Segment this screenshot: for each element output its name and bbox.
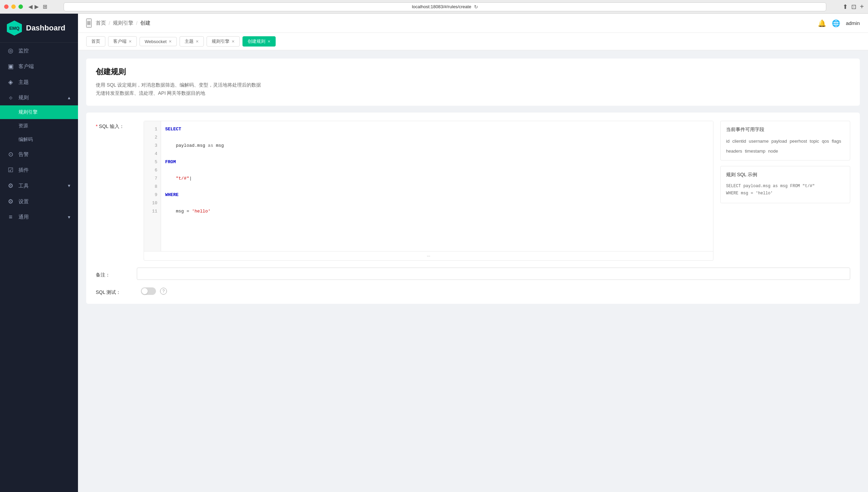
chevron-down-icon-general: ▼ [67, 215, 71, 220]
field-username: username [749, 138, 769, 145]
main-content: ≡ 首页 / 规则引擎 / 创建 🔔 🌐 admin 首页 客户 [78, 14, 868, 492]
alerts-icon: ⊙ [7, 151, 14, 158]
sidebar-item-monitor[interactable]: ◎ 监控 [0, 43, 78, 59]
topics-icon: ◈ [7, 78, 14, 86]
tab-topics-label: 主题 [185, 38, 194, 44]
forward-button[interactable]: ▶ [35, 3, 39, 10]
sidebar-toggle-button[interactable]: ⊞ [43, 3, 47, 10]
tab-create-rule-close[interactable]: ✕ [267, 39, 271, 44]
sql-test-toggle[interactable] [141, 287, 156, 295]
breadcrumb-create: 创建 [140, 20, 150, 26]
example-card: 规则 SQL 示例 SELECT payload.msg as msg FROM… [720, 166, 850, 203]
line-num-2: 2 [144, 133, 161, 142]
help-icon[interactable]: ? [160, 288, 167, 295]
breadcrumb-home[interactable]: 首页 [96, 20, 106, 26]
tab-clients-label: 客户端 [113, 38, 127, 44]
admin-label: admin [846, 20, 860, 26]
plugins-icon: ☑ [7, 166, 14, 174]
sidebar-item-tools[interactable]: ⚙ 工具 ▼ [0, 178, 78, 194]
remark-input[interactable] [137, 268, 850, 280]
share-button[interactable]: ⬆ [843, 3, 848, 11]
sidebar-item-label-topics: 主题 [18, 79, 29, 86]
topbar-left: ≡ 首页 / 规则引擎 / 创建 [86, 18, 150, 28]
code-line-7: "t/#" [165, 174, 709, 183]
code-line-5: FROM [165, 158, 709, 166]
traffic-lights [4, 4, 23, 9]
rule-panel: * SQL 输入： 1 2 3 4 [86, 113, 860, 304]
field-qos: qos [822, 138, 829, 145]
minimize-traffic-light[interactable] [11, 4, 16, 9]
tab-create-rule[interactable]: 创建规则 ✕ [242, 36, 276, 47]
field-payload: payload [771, 138, 787, 145]
line-num-8: 8 [144, 183, 161, 191]
field-topic: topic [810, 138, 819, 145]
language-button[interactable]: 🌐 [832, 19, 840, 27]
sql-example-line1: SELECT payload.msg as msg FROM "t/#" [726, 183, 844, 190]
reload-button[interactable]: ↻ [474, 4, 478, 10]
menu-icon[interactable]: ≡ [86, 18, 92, 28]
tools-icon: ⚙ [7, 182, 14, 190]
duplicate-button[interactable]: ⊡ [851, 3, 856, 11]
general-icon: ≡ [7, 213, 14, 221]
tab-rule-engine[interactable]: 规则引擎 ✕ [207, 36, 240, 47]
tab-topics-close[interactable]: ✕ [196, 39, 199, 44]
page-header: 创建规则 使用 SQL 设定规则，对消息数据筛选、编解码、变型，灵活地将处理后的… [86, 59, 860, 106]
tab-websocket-close[interactable]: ✕ [169, 39, 172, 44]
tab-websocket[interactable]: Websocket ✕ [140, 37, 177, 46]
sidebar-item-rule-engine[interactable]: 规则引擎 [0, 105, 78, 119]
remark-row: 备注： [96, 268, 850, 280]
tab-clients[interactable]: 客户端 ✕ [108, 36, 137, 47]
topbar: ≡ 首页 / 规则引擎 / 创建 🔔 🌐 admin [78, 14, 868, 33]
scrollbar-dots: ··· [427, 254, 430, 258]
line-numbers: 1 2 3 4 5 6 7 8 9 10 [144, 121, 161, 251]
page-title: 创建规则 [96, 67, 850, 77]
page-content: 创建规则 使用 SQL 设定规则，对消息数据筛选、编解码、变型，灵活地将处理后的… [78, 50, 868, 492]
sql-test-row: SQL 测试： ? [96, 287, 850, 296]
settings-icon: ⚙ [7, 198, 14, 205]
tab-home[interactable]: 首页 [86, 36, 105, 47]
topbar-right: 🔔 🌐 admin [818, 19, 860, 27]
new-tab-button[interactable]: + [860, 3, 864, 11]
address-bar[interactable]: localhost:18083/#/rules/create ↻ [64, 2, 826, 11]
breadcrumb-rule-engine[interactable]: 规则引擎 [113, 20, 133, 26]
sidebar: EMQ Dashboard ◎ 监控 ▣ 客户端 ◈ 主题 ⟐ 规则 ▲ 规则引… [0, 14, 78, 492]
tab-rule-engine-close[interactable]: ✕ [232, 39, 235, 44]
sidebar-item-plugins[interactable]: ☑ 插件 [0, 162, 78, 178]
field-tags: id clientid username payload peerhost to… [726, 138, 844, 155]
line-num-9: 9 [144, 191, 161, 199]
tabs-bar: 首页 客户端 ✕ Websocket ✕ 主题 ✕ 规则引擎 ✕ 创建规则 ✕ [78, 33, 868, 50]
sidebar-item-codec[interactable]: 编解码 [0, 133, 78, 146]
breadcrumb: 首页 / 规则引擎 / 创建 [96, 20, 150, 26]
code-line-9: WHERE [165, 191, 709, 199]
maximize-traffic-light[interactable] [18, 4, 23, 9]
close-traffic-light[interactable] [4, 4, 9, 9]
code-line-3: payload.msg as msg [165, 142, 709, 150]
sidebar-item-clients[interactable]: ▣ 客户端 [0, 59, 78, 74]
tab-topics[interactable]: 主题 ✕ [180, 36, 204, 47]
field-headers: headers [726, 147, 742, 155]
back-button[interactable]: ◀ [28, 3, 32, 10]
page-desc-line1: 使用 SQL 设定规则，对消息数据筛选、编解码、变型，灵活地将处理后的数据 [96, 82, 261, 88]
field-node: node [768, 147, 778, 155]
sidebar-item-label-monitor: 监控 [18, 48, 29, 54]
fields-card: 当前事件可用字段 id clientid username payload pe… [720, 121, 850, 160]
sidebar-item-resources[interactable]: 资源 [0, 119, 78, 133]
code-area[interactable]: SELECT payload.msg as msg FROM "t/#" WHE [161, 121, 713, 251]
tab-clients-close[interactable]: ✕ [129, 39, 132, 44]
sql-editor-container[interactable]: 1 2 3 4 5 6 7 8 9 10 [144, 121, 713, 261]
field-peerhost: peerhost [790, 138, 807, 145]
sidebar-item-topics[interactable]: ◈ 主题 [0, 74, 78, 90]
code-line-10 [165, 199, 709, 207]
sidebar-item-rules[interactable]: ⟐ 规则 ▲ [0, 90, 78, 105]
sidebar-item-alerts[interactable]: ⊙ 告警 [0, 146, 78, 162]
sidebar-item-label-resources: 资源 [18, 123, 28, 129]
sidebar-item-general[interactable]: ≡ 通用 ▼ [0, 209, 78, 225]
notification-bell-button[interactable]: 🔔 [818, 19, 826, 27]
line-num-7: 7 [144, 174, 161, 183]
line-num-3: 3 [144, 142, 161, 150]
code-line-8 [165, 183, 709, 191]
sidebar-item-settings[interactable]: ⚙ 设置 [0, 194, 78, 209]
logo-title: Dashboard [26, 24, 65, 33]
app-container: EMQ Dashboard ◎ 监控 ▣ 客户端 ◈ 主题 ⟐ 规则 ▲ 规则引… [0, 14, 868, 492]
code-line-1: SELECT [165, 125, 709, 133]
